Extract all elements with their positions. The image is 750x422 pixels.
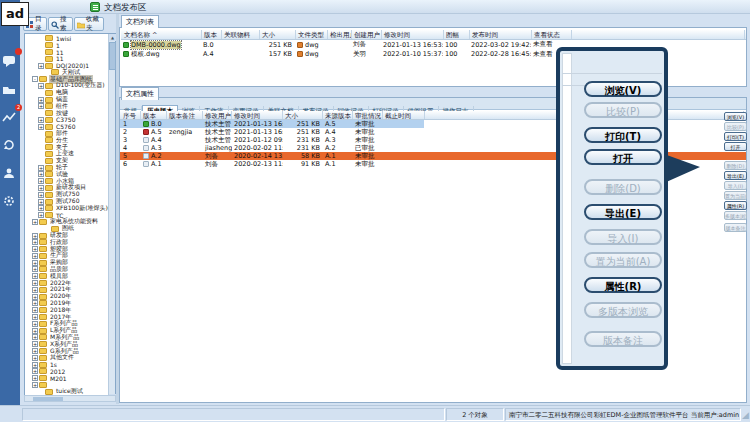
- expand-toggle[interactable]: +: [38, 212, 44, 218]
- tree-item[interactable]: +其他文件: [25, 354, 108, 361]
- user-icon[interactable]: [2, 164, 18, 180]
- side-button-9[interactable]: 属性(R): [724, 201, 747, 210]
- popup-button-6[interactable]: 导出(E): [584, 204, 662, 220]
- column-header[interactable]: 大小: [283, 111, 323, 119]
- expand-toggle[interactable]: +: [32, 219, 38, 225]
- expand-toggle[interactable]: +: [38, 171, 44, 177]
- scrollbar-thumb[interactable]: [109, 42, 116, 70]
- cell: 2020-02-13 11:32:13: [232, 160, 283, 168]
- tree-item[interactable]: +XFB100新(堆焊头)0 图纸: [25, 205, 108, 212]
- column-header[interactable]: 版本: [141, 111, 167, 119]
- side-button-1[interactable]: 浏览(V): [724, 112, 747, 121]
- column-header[interactable]: 文档名称 ^: [122, 30, 202, 39]
- column-header[interactable]: 创建用户: [352, 30, 382, 39]
- table-row[interactable]: 4A.3jiasheng2020-02-02 11:51:19231 KBA.2…: [120, 144, 424, 152]
- column-header[interactable]: 审批情况: [353, 111, 383, 119]
- expand-toggle[interactable]: +: [32, 253, 38, 259]
- expand-toggle[interactable]: +: [32, 294, 38, 300]
- expand-toggle[interactable]: +: [38, 103, 44, 109]
- expand-toggle[interactable]: +: [38, 117, 44, 123]
- tree-item[interactable]: +1s: [25, 361, 108, 368]
- column-header[interactable]: 图幅: [444, 30, 470, 39]
- doc-list-panel-tab[interactable]: 文档列表: [121, 15, 159, 28]
- expand-toggle[interactable]: +: [32, 314, 38, 320]
- column-header[interactable]: 检出用户: [328, 30, 352, 39]
- scrollbar-thumb[interactable]: [33, 397, 63, 401]
- expand-toggle[interactable]: +: [38, 178, 44, 184]
- popup-button-1[interactable]: 浏览(V): [584, 81, 662, 97]
- expand-toggle[interactable]: +: [32, 246, 38, 252]
- expand-toggle[interactable]: +: [38, 165, 44, 171]
- left-panel-tab-2[interactable]: 搜索: [48, 17, 73, 31]
- side-button-3[interactable]: 打印(T): [724, 132, 747, 141]
- scroll-up-icon[interactable]: ▲: [109, 34, 116, 41]
- column-header[interactable]: 版本: [202, 30, 222, 39]
- tree-item[interactable]: 1wisi: [25, 35, 108, 42]
- column-header[interactable]: 修改时间: [382, 30, 444, 39]
- expand-toggle[interactable]: +: [32, 280, 38, 286]
- expand-toggle[interactable]: +: [32, 260, 38, 266]
- sync-icon[interactable]: [2, 136, 18, 152]
- column-header[interactable]: 来源版本: [323, 111, 353, 119]
- column-header[interactable]: 文件类型: [296, 30, 328, 39]
- expand-toggle[interactable]: +: [38, 63, 44, 69]
- expand-toggle[interactable]: +: [38, 185, 44, 191]
- projects-icon[interactable]: [2, 80, 18, 96]
- expand-toggle[interactable]: +: [32, 266, 38, 272]
- popup-button-3[interactable]: 打印(T): [584, 127, 662, 143]
- table-row[interactable]: 1B.0技术主管2021-01-13 16:53:16251 KBA.5未审批: [120, 120, 424, 128]
- tree-item[interactable]: +M201: [25, 375, 108, 382]
- expand-toggle[interactable]: +: [32, 233, 38, 239]
- expand-toggle[interactable]: +: [32, 362, 38, 368]
- tree-horizontal-scrollbar[interactable]: [24, 395, 116, 402]
- expand-toggle[interactable]: +: [32, 321, 38, 327]
- table-row[interactable]: 3A.4技术主管2021-01-12 09:25:00231 KBA.3未审批: [120, 136, 424, 144]
- expand-toggle[interactable]: +: [38, 83, 44, 89]
- expand-toggle[interactable]: +: [32, 368, 38, 374]
- column-header[interactable]: 关联物料: [222, 30, 260, 39]
- folder-tree-panel: 1wisi11111+DQ(2020)1天刚试-基础产品库图纸+D10-100(…: [24, 33, 116, 402]
- column-header[interactable]: 截止时间: [383, 111, 425, 119]
- folder-icon: [45, 185, 53, 191]
- expand-toggle[interactable]: +: [32, 328, 38, 334]
- column-header[interactable]: 修改时间: [232, 111, 283, 119]
- column-header[interactable]: 发布时间: [470, 30, 532, 39]
- expand-toggle[interactable]: +: [38, 199, 44, 205]
- expand-toggle[interactable]: +: [32, 348, 38, 354]
- expand-toggle[interactable]: +: [32, 355, 38, 361]
- popup-button-9[interactable]: 属性(R): [584, 277, 662, 293]
- column-header[interactable]: 版本备注: [167, 111, 203, 119]
- expand-toggle[interactable]: +: [38, 124, 44, 130]
- popup-button-4[interactable]: 打开: [584, 149, 662, 165]
- expand-toggle[interactable]: +: [32, 239, 38, 245]
- column-header[interactable]: 大小: [260, 30, 296, 39]
- column-header[interactable]: 修改用户: [203, 111, 232, 119]
- tree-item[interactable]: 11: [25, 49, 108, 56]
- expand-toggle[interactable]: +: [32, 341, 38, 347]
- table-row[interactable]: 6A.1刘备2020-02-13 11:32:1391 KBA.1未审批: [120, 160, 424, 168]
- expand-toggle[interactable]: +: [38, 192, 44, 198]
- column-header[interactable]: 序号: [121, 111, 141, 119]
- expand-toggle[interactable]: +: [32, 300, 38, 306]
- resize-grip[interactable]: ◢: [742, 410, 749, 420]
- settings-icon[interactable]: [2, 192, 18, 208]
- expand-toggle[interactable]: +: [32, 273, 38, 279]
- side-button-6[interactable]: 导出(E): [724, 171, 747, 180]
- chat-icon[interactable]: [2, 52, 18, 68]
- doc-props-panel-tab[interactable]: 文档属性: [121, 87, 159, 100]
- expand-toggle[interactable]: -: [32, 76, 38, 82]
- side-button-4[interactable]: 打开: [724, 142, 747, 151]
- tree-vertical-scrollbar[interactable]: ▲ ▼: [108, 34, 115, 401]
- expand-toggle[interactable]: +: [32, 287, 38, 293]
- expand-toggle[interactable]: +: [32, 307, 38, 313]
- report-icon[interactable]: 2: [2, 108, 18, 124]
- table-row[interactable]: 2A.5zengjia技术主管2021-01-13 16:52:35251 KB…: [120, 128, 424, 136]
- expand-toggle[interactable]: +: [32, 382, 38, 388]
- expand-toggle[interactable]: +: [38, 97, 44, 103]
- left-panel-tab-3[interactable]: 收藏夹: [74, 17, 104, 31]
- expand-toggle[interactable]: +: [38, 205, 44, 211]
- expand-toggle[interactable]: +: [32, 375, 38, 381]
- tree-item[interactable]: 1: [25, 42, 108, 49]
- expand-toggle[interactable]: +: [32, 334, 38, 340]
- column-header[interactable]: 查看状态: [532, 30, 572, 39]
